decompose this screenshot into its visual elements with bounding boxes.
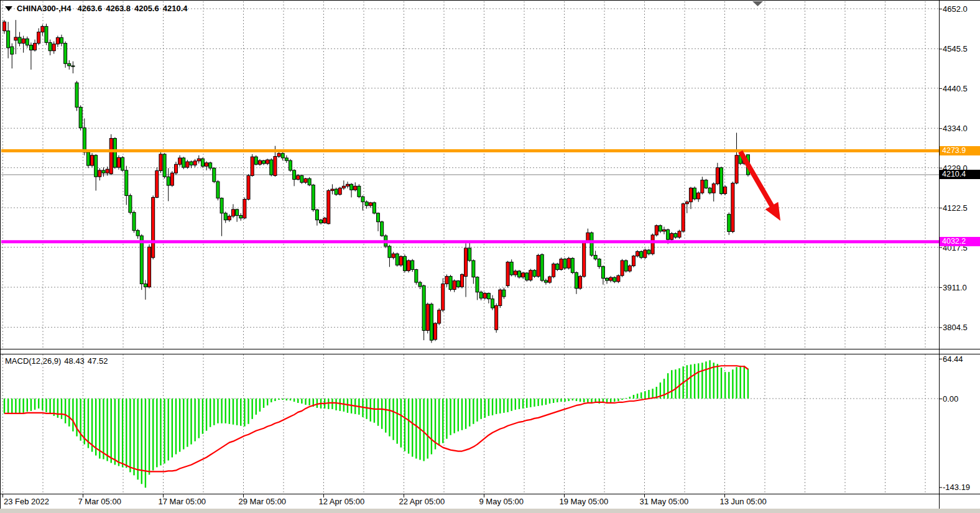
candle-down xyxy=(411,261,414,270)
candle-down xyxy=(544,280,547,282)
time-axis-label: 9 May 05:00 xyxy=(479,497,524,506)
candle-down xyxy=(86,152,90,165)
candle-up xyxy=(426,304,429,330)
candle-down xyxy=(590,233,593,255)
candle-down xyxy=(640,252,643,258)
candle-up xyxy=(178,158,182,164)
candle-down xyxy=(381,222,384,236)
candle-up xyxy=(106,169,109,173)
candle-up xyxy=(399,256,402,265)
time-axis-label: 19 May 05:00 xyxy=(560,497,609,506)
candle-down xyxy=(476,277,479,292)
candle-up xyxy=(231,210,234,216)
candle-up xyxy=(159,154,162,171)
candle-down xyxy=(308,178,311,185)
candle-up xyxy=(514,271,517,275)
candle-down xyxy=(75,83,78,107)
candle-up xyxy=(34,44,37,50)
candle-up xyxy=(56,38,59,44)
candle-down xyxy=(315,210,318,220)
candle-up xyxy=(251,157,254,175)
candle-up xyxy=(338,188,341,194)
symbol-period-label: CHINA300-,H4 xyxy=(17,4,71,13)
candle-down xyxy=(449,276,452,289)
candle-down xyxy=(598,259,601,267)
candle-up xyxy=(655,226,658,235)
candle-up xyxy=(735,155,738,183)
candle-up xyxy=(621,261,624,275)
candle-down xyxy=(571,258,574,272)
candle-down xyxy=(95,155,98,177)
candle-up xyxy=(148,247,151,287)
candle-down xyxy=(113,139,116,168)
candle-down xyxy=(293,170,296,180)
symbol-dropdown-icon[interactable] xyxy=(5,6,12,11)
candle-down xyxy=(312,185,315,210)
candle-down xyxy=(365,202,368,206)
candle-up xyxy=(632,256,635,266)
candle-up xyxy=(323,218,326,223)
candle-up xyxy=(266,160,269,164)
candle-down xyxy=(674,233,677,237)
candle-down xyxy=(72,66,75,67)
macd-axis-label: 0.00 xyxy=(943,394,979,404)
candle-down xyxy=(182,158,185,167)
candle-down xyxy=(647,250,650,254)
candle-down xyxy=(350,184,353,190)
candle-down xyxy=(403,256,406,270)
candle-down xyxy=(456,281,460,287)
candle-down xyxy=(254,157,257,164)
candle-up xyxy=(392,254,395,257)
candle-down xyxy=(594,256,597,259)
candle-down xyxy=(624,261,627,271)
candle-down xyxy=(415,270,418,283)
candle-up xyxy=(682,204,685,231)
candle-down xyxy=(136,231,139,236)
price-axis-label: 4440.5 xyxy=(943,84,979,93)
price-axis-label: 4334.0 xyxy=(943,124,979,133)
price-axis-label: 4545.5 xyxy=(943,44,979,53)
candle-down xyxy=(575,272,578,288)
candle-down xyxy=(320,220,323,223)
chart-canvas[interactable] xyxy=(0,0,980,513)
price-axis-label: 4652.0 xyxy=(943,4,979,14)
chart-background xyxy=(0,0,980,513)
candle-up xyxy=(331,189,334,190)
candle-up xyxy=(346,184,349,186)
candle-up xyxy=(548,277,552,282)
candle-down xyxy=(25,39,29,45)
candle-down xyxy=(418,282,422,287)
macd-indicator-label: MACD(12,26,9)48.4347.52 xyxy=(5,356,111,366)
candle-down xyxy=(79,107,82,127)
macd-name: MACD(12,26,9) xyxy=(5,356,61,366)
candle-up xyxy=(98,170,101,177)
candle-down xyxy=(49,42,52,50)
candle-down xyxy=(659,226,662,231)
candle-down xyxy=(479,292,483,298)
candle-down xyxy=(262,160,266,164)
candle-up xyxy=(445,276,448,284)
candle-up xyxy=(14,37,17,40)
candle-up xyxy=(197,159,200,161)
quote-high: 4263.8 xyxy=(106,4,131,13)
price-axis-label: 3804.5 xyxy=(943,323,979,332)
candle-up xyxy=(342,186,345,188)
candle-up xyxy=(552,264,555,277)
candle-up xyxy=(716,168,719,184)
support-price-tag: 4032.2 xyxy=(940,237,980,246)
time-axis-label: 17 Mar 05:00 xyxy=(159,497,206,506)
candle-down xyxy=(667,229,670,239)
candle-down xyxy=(239,215,243,218)
candle-up xyxy=(228,216,231,220)
candle-up xyxy=(274,157,277,176)
candle-down xyxy=(220,198,223,213)
time-axis-label: 29 Mar 05:00 xyxy=(239,497,287,506)
candle-down xyxy=(163,154,166,177)
candle-down xyxy=(525,273,529,280)
candle-down xyxy=(377,213,380,222)
candle-down xyxy=(728,215,731,232)
candle-up xyxy=(689,188,692,201)
candle-up xyxy=(663,229,666,231)
candle-down xyxy=(533,270,536,277)
candle-up xyxy=(369,203,372,206)
